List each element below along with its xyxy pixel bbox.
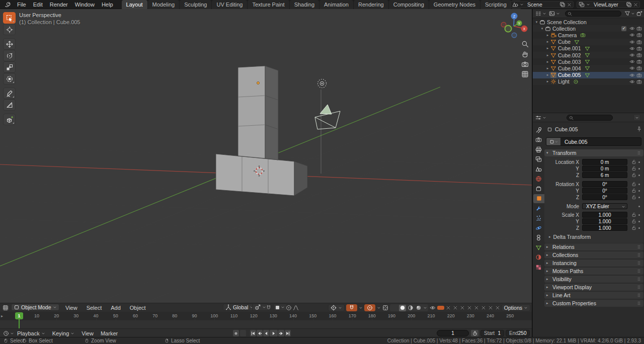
hide-eye-icon[interactable] [629,39,635,45]
lock-icon[interactable] [631,173,636,178]
transform-field-2[interactable]: 6 m [582,172,627,178]
delta-transform-header[interactable]: ▸ Delta Transform [549,234,591,240]
timeline-ruler[interactable]: ▸ 1 102030405060708090100110120130140150… [0,312,532,320]
panel-relations[interactable]: ▸Relations [544,243,643,250]
workspace-tab-sculpting[interactable]: Sculpting [180,0,211,9]
viewport-3d[interactable]: Y Z X User Perspective (1) Collection | … [0,9,532,303]
outliner-row-collection[interactable]: ▾Collection✓ [533,25,644,32]
close-icon[interactable] [567,3,572,7]
animate-dot[interactable] [638,197,640,198]
filter-display-icon[interactable] [549,11,555,17]
hide-eye-icon[interactable] [629,46,635,51]
expand-arrow-icon[interactable]: ▸ [545,40,550,44]
nextkey-button[interactable] [278,330,284,336]
keying-extra-button[interactable] [240,330,246,336]
lock-icon[interactable] [631,182,636,187]
transform-field-0[interactable]: 0 m [582,159,627,165]
timeline-menu-playback[interactable]: Playback [17,330,45,336]
lock-icon[interactable] [631,166,636,171]
expand-arrow-icon[interactable]: ▸ [545,79,550,83]
viewlayer-selector[interactable]: ViewLayer [577,1,640,8]
viewport-menu-add[interactable]: Add [111,305,121,311]
editor-type-icon[interactable] [3,330,9,336]
properties-tab-render[interactable] [533,135,544,144]
timeline-menu-keying[interactable]: Keying [52,330,75,336]
proportional-dropdown[interactable] [273,304,287,311]
outliner-row-cube-004[interactable]: ▸Cube.004 [533,65,644,71]
disable-render-icon[interactable] [636,52,642,58]
lock-icon[interactable] [631,188,636,193]
disable-render-icon[interactable] [636,59,642,64]
drag-handle-icon[interactable] [636,285,641,290]
workspace-tab-texture-paint[interactable]: Texture Paint [248,0,289,9]
expand-arrow-icon[interactable]: ▾ [540,27,544,31]
disable-render-icon[interactable] [636,39,642,45]
transform-panel-header[interactable]: ▾ Transform [544,149,643,156]
hide-eye-icon[interactable] [629,65,635,71]
hide-eye-icon[interactable] [629,52,635,58]
transform-field-4[interactable]: 0° [582,188,627,194]
close-icon[interactable] [633,3,638,7]
drag-handle-icon[interactable] [636,244,641,249]
properties-display-icon[interactable] [535,115,541,121]
lock-icon[interactable] [631,212,636,217]
animate-dot[interactable] [638,221,640,222]
toggle-icon-7[interactable] [495,305,500,310]
transform-field-6[interactable]: XYZ Euler [582,203,627,209]
properties-tab-material[interactable] [533,253,544,262]
toggle-icon-5[interactable] [481,305,486,310]
animate-dot[interactable] [638,227,640,229]
toggle-icon-4[interactable] [474,305,479,310]
frame-end-field[interactable]: End250 [506,330,530,336]
panel-line-art[interactable]: ▸Line Art [544,292,643,299]
workspace-tab-compositing[interactable]: Compositing [389,0,429,9]
panel-collections[interactable]: ▸Collections [544,251,643,259]
lock-icon[interactable] [631,225,636,230]
properties-tab-constraints[interactable] [533,233,544,242]
outliner-search[interactable] [565,11,621,17]
chevron-down-icon[interactable] [423,306,427,310]
new-viewlayer-icon[interactable] [626,2,632,8]
toggle-icon-0[interactable] [446,305,451,310]
outliner-row-cube-003[interactable]: ▸Cube.003 [533,58,644,65]
toggle-icon-1[interactable] [453,305,458,310]
lock-icon[interactable] [631,159,636,164]
blender-logo-icon[interactable] [4,1,12,8]
panel-instancing[interactable]: ▸Instancing [544,260,643,267]
hide-eye-icon[interactable] [629,79,635,84]
animate-dot[interactable] [638,161,640,163]
snap-toggle[interactable] [346,304,357,311]
panel-custom-properties[interactable]: ▸Custom Properties [544,300,643,307]
viewport-menu-view[interactable]: View [65,305,77,311]
shading-wireframe-button[interactable] [391,305,398,311]
outliner-row-light[interactable]: ▸Light [533,78,644,85]
tool-move[interactable] [3,38,16,50]
outliner-row-camera[interactable]: ▸Camera [533,32,644,38]
mode-dropdown[interactable]: Object Mode [11,304,59,311]
play-button[interactable] [270,330,278,336]
animate-dot[interactable] [638,206,640,207]
viewport-menu-object[interactable]: Object [130,305,146,311]
properties-tab-output[interactable] [533,145,544,154]
timeline[interactable]: ▸ 1 102030405060708090100110120130140150… [0,312,532,337]
panel-motion-paths[interactable]: ▸Motion Paths [544,268,643,275]
transform-field-3[interactable]: 0° [582,181,627,187]
current-frame-field[interactable]: 1 [437,330,469,336]
options-dropdown[interactable]: Options [502,304,530,311]
outliner-row-cube[interactable]: ▸Cube [533,39,644,45]
chevron-down-icon[interactable] [359,306,363,310]
filter-icon[interactable] [624,11,630,17]
panel-viewport-display[interactable]: ▸Viewport Display [544,284,643,291]
xray-toggle[interactable] [437,306,444,310]
drag-handle-icon[interactable] [636,277,641,282]
outliner-row-scene-collection[interactable]: ▾Scene Collection [533,19,644,25]
drag-handle-icon[interactable] [636,293,641,298]
animate-dot[interactable] [638,168,640,169]
disable-render-icon[interactable] [636,26,642,31]
lock-icon[interactable] [631,195,636,200]
pivot-point-dropdown[interactable] [328,304,345,311]
region-toggle-icon[interactable]: ▸ [1,314,3,318]
properties-tab-object-data[interactable] [533,243,544,252]
new-scene-icon[interactable] [559,2,566,8]
display-mode-icon[interactable] [535,11,541,17]
